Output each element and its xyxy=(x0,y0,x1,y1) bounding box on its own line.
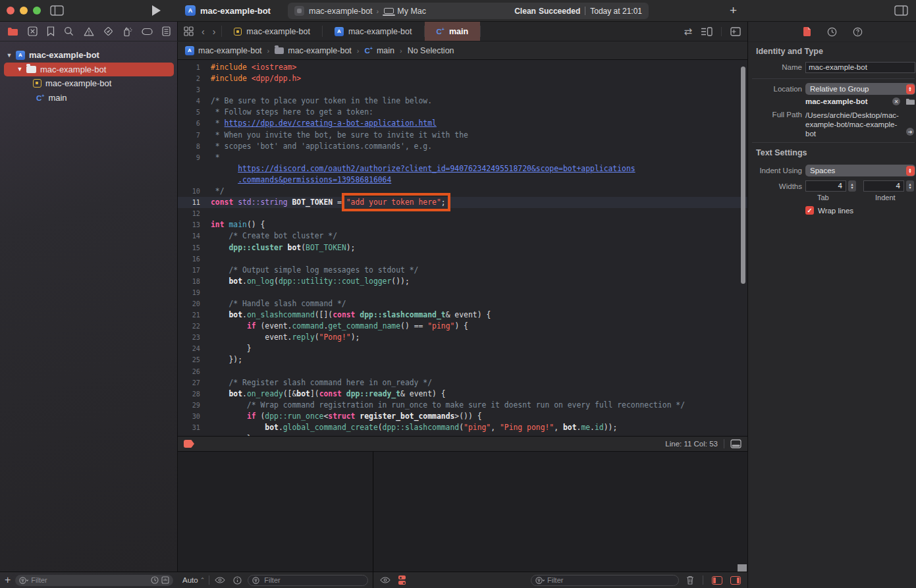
line-number[interactable]: 25 xyxy=(178,354,200,365)
code-line[interactable]: 2#include <dpp/dpp.h> xyxy=(178,73,747,84)
traffic-light-minimize[interactable] xyxy=(20,7,28,14)
scheme-selector[interactable]: mac-example-bot › My Mac Clean Succeeded… xyxy=(288,3,649,19)
source-editor[interactable]: 1#include <iostream>2#include <dpp/dpp.h… xyxy=(178,60,747,436)
code-review-icon[interactable]: ⇄ xyxy=(684,26,692,38)
line-number[interactable]: 20 xyxy=(178,298,200,309)
code-line[interactable]: 11const std::string BOT_TOKEN = "add you… xyxy=(178,197,747,208)
quicklook-eye-icon[interactable] xyxy=(215,577,225,583)
reports-navigator-icon[interactable] xyxy=(162,26,171,36)
line-number[interactable]: 3 xyxy=(178,84,200,95)
line-number[interactable]: 1 xyxy=(178,62,200,73)
line-number[interactable]: 12 xyxy=(178,208,200,219)
tab-width-field[interactable]: 4 xyxy=(805,180,846,192)
code-line[interactable]: 26 xyxy=(178,366,747,377)
breadcrumb-group[interactable]: mac-example-bot xyxy=(275,46,352,55)
quick-help-inspector-icon[interactable] xyxy=(853,27,863,37)
traffic-light-close[interactable] xyxy=(7,7,14,14)
line-number[interactable]: 6 xyxy=(178,118,200,129)
line-number[interactable]: 14 xyxy=(178,230,200,242)
code-line[interactable]: 21 bot.on_slashcommand([](const dpp::sla… xyxy=(178,309,747,321)
disclosure-chevron-icon[interactable]: ▼ xyxy=(5,52,13,59)
editor-options-icon[interactable] xyxy=(701,27,713,36)
tab-project-settings[interactable]: mac-example-bot xyxy=(222,22,322,41)
activity-status[interactable]: Clean Succeeded Today at 21:01 xyxy=(514,7,642,16)
location-dropdown[interactable]: Relative to Group ▲▼ xyxy=(805,83,915,95)
inspector-toggle-icon[interactable] xyxy=(894,5,908,16)
breadcrumb-file[interactable]: C+ main xyxy=(365,46,395,55)
code-line[interactable]: .commands&permissions=139586816064 xyxy=(178,174,747,186)
code-line[interactable]: 14 /* Create bot cluster */ xyxy=(178,230,747,242)
breadcrumb-symbol[interactable]: No Selection xyxy=(408,46,454,55)
disclosure-chevron-icon[interactable]: ▼ xyxy=(16,66,24,72)
code-line[interactable]: 10 */ xyxy=(178,186,747,197)
variables-filter-field[interactable] xyxy=(248,575,368,586)
line-number[interactable]: 29 xyxy=(178,400,200,411)
line-number[interactable]: 13 xyxy=(178,219,200,230)
code-line[interactable]: 23 event.reply("Pong!"); xyxy=(178,332,747,343)
scheme-name[interactable]: mac-example-bot xyxy=(309,7,373,16)
navigator-toggle-icon[interactable] xyxy=(50,5,64,16)
code-line[interactable]: 29 /* Wrap command registration in run_o… xyxy=(178,400,747,411)
line-number[interactable]: 16 xyxy=(178,254,200,265)
code-line[interactable]: 3 xyxy=(178,84,747,95)
tests-navigator-icon[interactable] xyxy=(103,26,113,36)
indent-using-dropdown[interactable]: Spaces ▲▼ xyxy=(805,165,915,176)
line-number[interactable]: 22 xyxy=(178,321,200,332)
line-col-indicator[interactable]: Line: 11 Col: 53 xyxy=(665,440,718,448)
code-line[interactable]: 15 dpp::cluster bot(BOT_TOKEN); xyxy=(178,242,747,254)
code-line[interactable]: 8 * scopes 'bot' and 'applications.comma… xyxy=(178,141,747,152)
indent-width-stepper[interactable]: ▲▼ xyxy=(906,180,914,192)
file-inspector-icon[interactable] xyxy=(803,26,811,37)
code-line[interactable]: 20 /* Handle slash command */ xyxy=(178,298,747,309)
code-line[interactable]: 5 * Follow steps here to get a token: xyxy=(178,107,747,118)
line-number[interactable]: 8 xyxy=(178,141,200,152)
code-line[interactable]: 17 /* Output simple log messages to stdo… xyxy=(178,265,747,276)
console-filter-input[interactable] xyxy=(547,576,674,584)
code-line[interactable]: 19 xyxy=(178,287,747,298)
tree-row-product[interactable]: mac-example-bot xyxy=(0,76,178,91)
show-console-view-toggle[interactable] xyxy=(730,576,741,585)
code-line[interactable]: 22 if (event.command.get_command_name() … xyxy=(178,321,747,332)
go-back-icon[interactable]: ‹ xyxy=(202,26,205,37)
show-variables-view-toggle[interactable] xyxy=(712,576,722,585)
code-line[interactable]: 25 }); xyxy=(178,354,747,365)
line-number[interactable]: 24 xyxy=(178,343,200,354)
clear-location-icon[interactable]: ✕ xyxy=(892,97,900,105)
stacked-breakpoints-icon[interactable] xyxy=(398,575,406,585)
code-line[interactable]: 31 bot.global_command_create(dpp::slashc… xyxy=(178,422,747,433)
code-line[interactable]: 28 bot.on_ready([&bot](const dpp::ready_… xyxy=(178,388,747,400)
code-line[interactable]: 6 * https://dpp.dev/creating-a-bot-appli… xyxy=(178,118,747,129)
source-control-icon[interactable] xyxy=(28,26,38,36)
scope-selector[interactable]: Auto xyxy=(182,576,198,584)
reveal-path-arrow-icon[interactable]: ➜ xyxy=(906,128,914,136)
variables-view[interactable] xyxy=(178,452,373,572)
line-number[interactable]: 7 xyxy=(178,130,200,141)
breakpoints-navigator-icon[interactable] xyxy=(142,28,153,36)
tree-row-group-selected[interactable]: ▼ mac-example-bot xyxy=(4,63,174,77)
recent-files-clock-icon[interactable] xyxy=(151,576,159,584)
project-navigator-icon[interactable] xyxy=(7,27,18,36)
tab-width-stepper[interactable]: ▲▼ xyxy=(848,180,856,192)
console-view[interactable] xyxy=(374,452,747,572)
breadcrumb-project[interactable]: A mac-example-bot xyxy=(185,46,262,55)
code-line[interactable]: 13int main() { xyxy=(178,219,747,230)
tree-row-project[interactable]: ▼ A mac-example-bot xyxy=(0,48,178,63)
scm-status-filter-icon[interactable] xyxy=(161,576,169,584)
quicklook-eye-icon[interactable] xyxy=(380,577,391,583)
add-file-button[interactable]: + xyxy=(5,574,11,586)
hide-debug-area-icon[interactable] xyxy=(730,439,741,448)
line-number[interactable]: 10 xyxy=(178,186,200,197)
wrap-lines-checkbox[interactable]: ✓ xyxy=(805,206,814,215)
line-number[interactable]: 2 xyxy=(178,73,200,84)
info-icon[interactable] xyxy=(233,576,242,585)
line-number[interactable]: 19 xyxy=(178,287,200,298)
tree-row-main-cpp[interactable]: C+ main xyxy=(0,91,178,105)
editor-scrollbar-thumb[interactable] xyxy=(741,67,745,284)
history-inspector-icon[interactable] xyxy=(827,27,837,37)
debug-navigator-icon[interactable] xyxy=(122,26,132,37)
name-field[interactable]: mac-example-bot xyxy=(805,62,915,73)
issues-navigator-icon[interactable] xyxy=(84,27,94,36)
line-number[interactable]: 5 xyxy=(178,107,200,118)
code-line[interactable]: 27 /* Register slash command here in on_… xyxy=(178,377,747,388)
code-line[interactable]: 30 if (dpp::run_once<struct register_bot… xyxy=(178,411,747,422)
